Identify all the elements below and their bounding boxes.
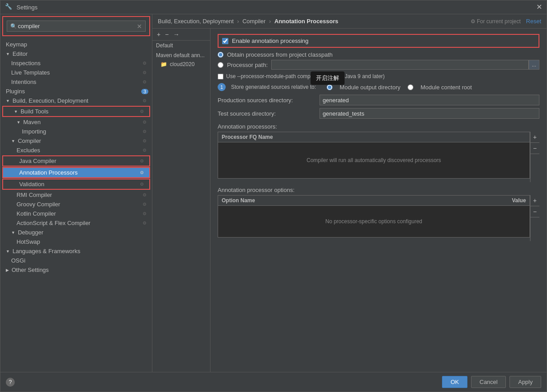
tree-item-intentions[interactable]: Intentions ⚙ [0,77,152,87]
profile-item-cloud[interactable]: 📁 cloud2020 [152,60,210,68]
search-wrap: 🔍 compiler ✕ [2,16,150,36]
tree-item-osgi[interactable]: OSGi [0,256,152,265]
enable-annotation-row: Enable annotation processing [218,34,539,48]
use-module-path-label[interactable]: Use --processor-module-path compiler opt… [226,73,385,79]
store-generated-row: 1 Store generated sources relative to: 开… [218,83,539,91]
breadcrumb-actions: ⚙ For current project Reset [471,18,541,25]
remove-option-button[interactable]: − [530,206,539,217]
module-output-radio[interactable] [327,84,332,90]
remove-profile-button[interactable]: − [163,30,170,38]
tree-item-hotswap[interactable]: HotSwap [0,237,152,246]
annotation-processors-section-label: Annotation processors: [218,123,539,130]
dialog-title: Settings [17,4,532,11]
enable-annotation-checkbox[interactable] [222,38,228,44]
add-processor-button[interactable]: + [530,132,539,143]
right-panel: Build, Execution, Deployment › Compiler … [152,14,547,372]
enable-annotation-label[interactable]: Enable annotation processing [232,38,308,44]
tree-item-annotation-processors[interactable]: Annotation Processors ⚙ [2,167,150,178]
tooltip-bubble: 开启注解 [311,71,345,85]
tree-item-importing[interactable]: Importing ⚙ [0,127,152,136]
annotation-processors-table-header: Processor FQ Name [218,132,530,142]
tree-item-excludes[interactable]: Excludes ⚙ [0,146,152,155]
breadcrumb: Build, Execution, Deployment › Compiler … [158,18,338,25]
production-sources-input[interactable] [320,95,539,105]
tree-item-plugins[interactable]: Plugins 3 [0,87,152,96]
bottom-bar: ? OK Cancel Apply [0,372,547,392]
processor-fq-name-header: Processor FQ Name [218,132,277,142]
tree-item-build[interactable]: ▼ Build, Execution, Deployment ⚙ [0,96,152,105]
cancel-button[interactable]: Cancel [471,376,506,388]
ok-button[interactable]: OK [442,376,467,388]
apply-button[interactable]: Apply [509,376,541,388]
tree-item-editor[interactable]: ▼ Editor [0,49,152,58]
obtain-classpath-radio[interactable] [218,52,223,58]
test-sources-label: Test sources directory: [218,110,316,117]
tree-item-live-templates[interactable]: Live Templates ⚙ [0,68,152,77]
test-sources-input[interactable] [320,108,539,119]
store-generated-label: 1 [218,83,227,91]
use-module-path-row: Use --processor-module-path compiler opt… [218,73,539,79]
settings-icon-16: ⚙ [143,221,147,225]
annotation-processors-table: Processor FQ Name Compiler will run all … [218,132,530,179]
tree-item-maven[interactable]: ▼ Maven ⚙ [0,117,152,127]
tree-item-kotlin-compiler[interactable]: Kotlin Compiler ⚙ [0,209,152,218]
tree-item-other-settings[interactable]: ▶ Other Settings [0,265,152,275]
tree-item-validation[interactable]: Validation ⚙ [2,179,150,190]
tree-item-keymap[interactable]: Keymap [0,40,152,49]
module-output-label[interactable]: Module output directory [340,84,400,91]
tree-item-compiler[interactable]: ▼ Compiler ⚙ [0,136,152,146]
settings-icon-10: ⚙ [140,158,144,163]
settings-icon-4: ⚙ [143,98,147,103]
use-module-path-checkbox[interactable] [218,74,223,79]
processor-path-input[interactable] [271,60,529,70]
profile-item-default[interactable]: Default [152,41,210,50]
obtain-classpath-label[interactable]: Obtain processors from project classpath [227,51,332,58]
search-icon: 🔍 [10,23,17,29]
module-content-label[interactable]: Module content root [421,84,472,91]
sources-radios: 开启注解 Module output directory Module cont… [320,84,472,91]
settings-icon-14: ⚙ [143,202,147,207]
remove-processor-button[interactable]: − [530,143,539,154]
copy-profile-button[interactable]: → [171,30,181,38]
add-option-button[interactable]: + [530,195,539,206]
add-profile-button[interactable]: + [155,30,162,38]
main-content: + − → Default Maven default ann... 📁 [152,29,547,372]
settings-icon-11: ⚙ [140,170,144,175]
close-button[interactable]: ✕ [536,4,542,10]
for-current-label: ⚙ For current project [471,18,521,25]
profile-item-maven[interactable]: Maven default ann... [152,50,210,60]
reset-link[interactable]: Reset [526,18,541,25]
production-sources-label: Production sources directory: [218,97,316,104]
app-icon: 🔧 [5,3,13,11]
processor-options-header: Option Name Value [218,196,530,206]
browse-button[interactable]: ... [529,60,539,70]
tree-item-java-compiler[interactable]: Java Compiler ⚙ [2,155,150,167]
processor-path-label[interactable]: Processor path: [227,62,268,68]
module-content-radio[interactable] [408,84,413,90]
breadcrumb-bar: Build, Execution, Deployment › Compiler … [152,14,547,29]
folder-icon: 📁 [160,61,167,67]
profile-list: Default Maven default ann... 📁 cloud2020 [152,41,210,372]
help-button[interactable]: ? [6,378,15,387]
breadcrumb-sep2: › [269,18,271,25]
tree-item-actionscript[interactable]: ActionScript & Flex Compiler ⚙ [0,218,152,228]
tree-item-rmi-compiler[interactable]: RMI Compiler ⚙ [0,190,152,200]
test-sources-row: Test sources directory: [218,108,539,119]
processor-path-row: Processor path: ... [218,60,539,70]
profile-panel: + − → Default Maven default ann... 📁 [152,29,210,372]
processor-path-radio[interactable] [218,62,223,68]
annotation-processors-table-body: Compiler will run all automatically disc… [218,142,530,178]
tree-item-languages[interactable]: ▼ Languages & Frameworks [0,246,152,256]
tree-item-build-tools[interactable]: ▼ Build Tools ⚙ [2,106,150,117]
settings-icon-15: ⚙ [143,211,147,216]
tree-item-debugger[interactable]: ▼ Debugger [0,228,152,237]
clear-search-icon[interactable]: ✕ [137,23,142,30]
settings-icon: ⚙ [143,61,147,66]
processor-options-body: No processor-specific options configured [218,206,530,237]
tree-item-groovy-compiler[interactable]: Groovy Compiler ⚙ [0,200,152,209]
breadcrumb-sep1: › [237,18,239,25]
tree-item-inspections[interactable]: Inspections ⚙ [0,58,152,68]
search-input[interactable]: compiler [7,21,146,32]
settings-icon-8: ⚙ [143,138,147,143]
action-buttons: OK Cancel Apply [442,376,541,388]
